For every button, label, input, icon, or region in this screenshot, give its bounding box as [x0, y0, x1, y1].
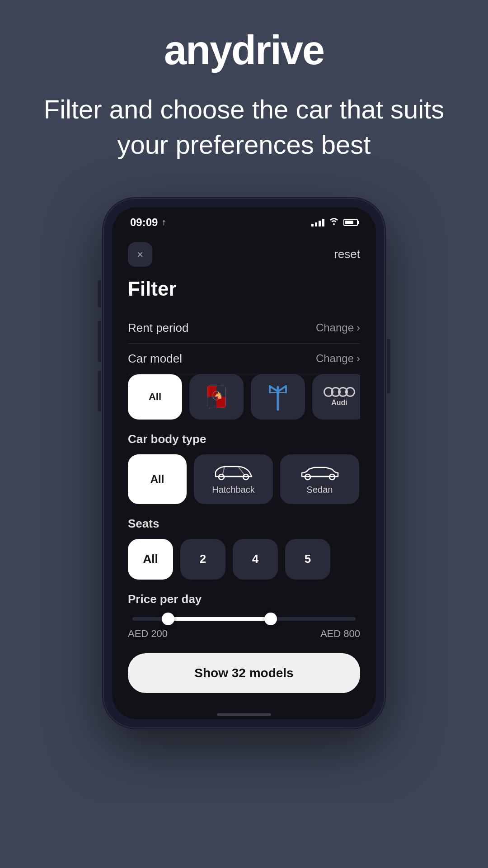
phone-screen: 09:09 ↑	[112, 207, 376, 719]
sedan-icon	[300, 463, 340, 481]
brand-audi[interactable]: Audi	[312, 374, 360, 420]
brand-all[interactable]: All	[128, 374, 182, 420]
audi-text: Audi	[331, 399, 347, 407]
body-type-hatchback[interactable]: Hatchback	[194, 454, 273, 504]
reset-button[interactable]: reset	[334, 247, 360, 261]
close-button[interactable]: ×	[128, 242, 152, 267]
maserati-logo-icon	[265, 382, 291, 411]
chevron-right-icon: ›	[357, 321, 360, 334]
phone-mockup: 09:09 ↑	[104, 199, 384, 727]
brand-selection: All	[128, 374, 360, 420]
porsche-logo-icon: 🐴	[202, 382, 231, 411]
home-bar	[217, 713, 271, 716]
status-bar: 09:09 ↑	[112, 207, 376, 233]
rent-period-row[interactable]: Rent period Change ›	[128, 313, 360, 344]
body-type-sedan[interactable]: Sedan	[280, 454, 359, 504]
nav-bar: × reset	[128, 242, 360, 267]
app-subtitle: Filter and choose the car that suits you…	[18, 92, 470, 163]
price-max-label: AED 800	[320, 628, 360, 640]
slider-max-thumb[interactable]	[264, 613, 277, 625]
price-per-day-header: Price per day	[128, 592, 360, 606]
svg-line-9	[278, 386, 286, 392]
svg-line-8	[270, 386, 278, 392]
header: anydrive Filter and choose the car that …	[0, 0, 488, 181]
rent-period-action[interactable]: Change ›	[316, 321, 360, 334]
phone-frame: 09:09 ↑	[104, 199, 384, 727]
seats-2[interactable]: 2	[180, 539, 225, 580]
price-slider[interactable]	[132, 617, 356, 621]
signal-icon	[311, 218, 324, 226]
filter-title: Filter	[128, 278, 360, 300]
hatchback-icon	[213, 463, 254, 481]
car-model-row[interactable]: Car model Change ›	[128, 344, 360, 374]
home-indicator	[112, 711, 376, 719]
seats-selection: All 2 4 5	[128, 539, 360, 580]
power-button	[387, 339, 390, 393]
slider-min-thumb[interactable]	[162, 613, 174, 625]
car-model-action[interactable]: Change ›	[316, 352, 360, 365]
audi-rings-icon	[324, 387, 355, 397]
price-labels: AED 200 AED 800	[128, 628, 360, 640]
location-icon: ↑	[161, 217, 166, 227]
svg-text:🐴: 🐴	[215, 392, 223, 399]
status-icons	[311, 217, 358, 227]
price-section: Price per day AED 200 AED 800	[128, 592, 360, 640]
show-models-button[interactable]: Show 32 models	[128, 653, 360, 693]
car-body-type-header: Car body type	[128, 432, 360, 446]
seats-header: Seats	[128, 517, 360, 531]
seats-5[interactable]: 5	[285, 539, 330, 580]
seats-all[interactable]: All	[128, 539, 173, 580]
wifi-icon	[329, 217, 339, 227]
app-content: × reset Filter Rent period Change ›	[112, 233, 376, 711]
battery-icon	[343, 219, 358, 226]
seats-4[interactable]: 4	[233, 539, 278, 580]
page-wrapper: anydrive Filter and choose the car that …	[0, 0, 488, 868]
volume-down-button	[98, 371, 101, 411]
body-type-all[interactable]: All	[128, 454, 187, 504]
car-model-label: Car model	[128, 352, 182, 366]
app-title: anydrive	[18, 27, 470, 74]
status-time: 09:09 ↑	[130, 216, 166, 229]
body-type-selection: All	[128, 454, 360, 504]
volume-silent-button	[98, 280, 101, 307]
brand-porsche[interactable]: 🐴	[189, 374, 244, 420]
rent-period-label: Rent period	[128, 321, 188, 335]
chevron-right-icon: ›	[357, 352, 360, 365]
brand-maserati[interactable]	[251, 374, 305, 420]
price-min-label: AED 200	[128, 628, 168, 640]
volume-up-button	[98, 321, 101, 362]
slider-track	[168, 617, 271, 621]
